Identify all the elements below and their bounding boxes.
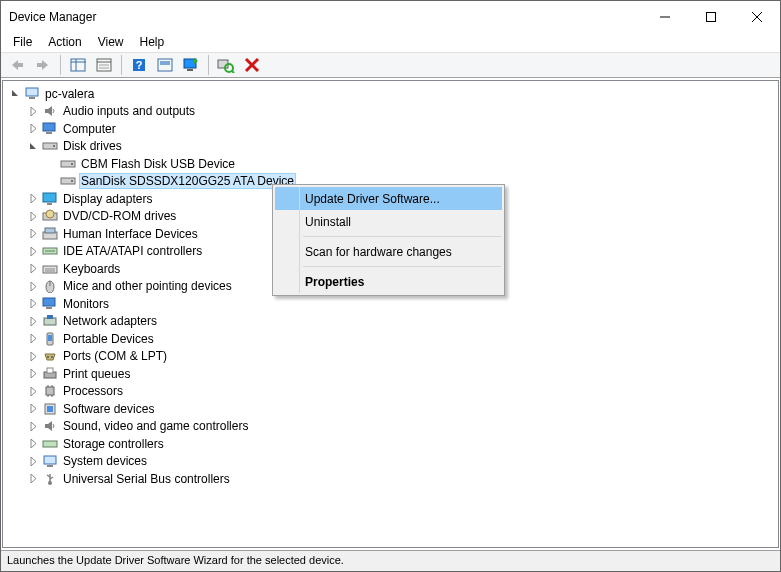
svg-point-37 bbox=[46, 210, 54, 218]
hidden-devices-button[interactable] bbox=[153, 54, 177, 76]
maximize-button[interactable] bbox=[688, 1, 734, 32]
menu-file[interactable]: File bbox=[5, 33, 40, 51]
tree-item-sound[interactable]: Sound, video and game controllers bbox=[5, 418, 778, 436]
computer-icon bbox=[23, 86, 41, 102]
tree-label: Display adapters bbox=[61, 192, 154, 206]
tree-label: Sound, video and game controllers bbox=[61, 419, 250, 433]
expand-icon[interactable] bbox=[27, 420, 39, 432]
tree-item-usb[interactable]: Universal Serial Bus controllers bbox=[5, 470, 778, 488]
svg-rect-35 bbox=[47, 203, 52, 205]
tree-item-audio[interactable]: Audio inputs and outputs bbox=[5, 103, 778, 121]
expand-icon[interactable] bbox=[27, 438, 39, 450]
expand-icon[interactable] bbox=[27, 385, 39, 397]
properties-button[interactable] bbox=[92, 54, 116, 76]
menu-item-properties[interactable]: Properties bbox=[275, 270, 502, 293]
toolbar-separator bbox=[208, 55, 209, 75]
port-icon bbox=[41, 348, 59, 364]
svg-rect-56 bbox=[47, 368, 53, 373]
menu-view[interactable]: View bbox=[90, 33, 132, 51]
tree-item-processors[interactable]: Processors bbox=[5, 383, 778, 401]
tree-label: CBM Flash Disk USB Device bbox=[79, 157, 237, 171]
menu-item-scan[interactable]: Scan for hardware changes bbox=[275, 240, 502, 263]
hid-icon bbox=[41, 226, 59, 242]
tree-item-network[interactable]: Network adapters bbox=[5, 313, 778, 331]
expand-icon[interactable] bbox=[27, 105, 39, 117]
svg-rect-25 bbox=[29, 97, 35, 99]
tree-label: Keyboards bbox=[61, 262, 122, 276]
tree-item-computer[interactable]: Computer bbox=[5, 120, 778, 138]
expand-icon[interactable] bbox=[27, 403, 39, 415]
expand-icon[interactable] bbox=[27, 350, 39, 362]
svg-rect-52 bbox=[48, 335, 52, 341]
expand-icon[interactable] bbox=[27, 473, 39, 485]
expand-icon[interactable] bbox=[27, 140, 39, 152]
expand-icon[interactable] bbox=[27, 193, 39, 205]
menu-item-uninstall[interactable]: Uninstall bbox=[275, 210, 502, 233]
expand-icon[interactable] bbox=[27, 455, 39, 467]
expand-icon[interactable] bbox=[27, 298, 39, 310]
expand-icon[interactable] bbox=[27, 333, 39, 345]
uninstall-button[interactable] bbox=[240, 54, 264, 76]
tree-root[interactable]: pc-valera bbox=[5, 85, 778, 103]
tree-label: pc-valera bbox=[43, 87, 96, 101]
expand-icon[interactable] bbox=[9, 88, 21, 100]
svg-rect-64 bbox=[43, 441, 57, 447]
tree-label: IDE ATA/ATAPI controllers bbox=[61, 244, 204, 258]
display-icon bbox=[41, 191, 59, 207]
menu-separator bbox=[303, 236, 501, 237]
tree-label: Processors bbox=[61, 384, 125, 398]
svg-rect-18 bbox=[187, 69, 193, 71]
tree-item-system[interactable]: System devices bbox=[5, 453, 778, 471]
expand-icon[interactable] bbox=[27, 228, 39, 240]
svg-rect-47 bbox=[43, 298, 55, 306]
tree-item-software[interactable]: Software devices bbox=[5, 400, 778, 418]
tree-label: SanDisk SDSSDX120GG25 ATA Device bbox=[79, 173, 296, 189]
help-button[interactable]: ? bbox=[127, 54, 151, 76]
menu-action[interactable]: Action bbox=[40, 33, 89, 51]
expand-icon[interactable] bbox=[27, 368, 39, 380]
svg-point-53 bbox=[47, 356, 49, 358]
menu-item-update-driver[interactable]: Update Driver Software... bbox=[275, 187, 502, 210]
scan-hardware-button[interactable] bbox=[214, 54, 238, 76]
show-hide-tree-button[interactable] bbox=[66, 54, 90, 76]
forward-button[interactable] bbox=[31, 54, 55, 76]
svg-rect-26 bbox=[43, 123, 55, 131]
tree-label: Monitors bbox=[61, 297, 111, 311]
disk-icon bbox=[59, 173, 77, 189]
tree-item-storage[interactable]: Storage controllers bbox=[5, 435, 778, 453]
svg-rect-66 bbox=[47, 465, 53, 467]
back-button[interactable] bbox=[5, 54, 29, 76]
expand-icon[interactable] bbox=[27, 210, 39, 222]
speaker-icon bbox=[41, 103, 59, 119]
tree-label: Print queues bbox=[61, 367, 132, 381]
expand-icon[interactable] bbox=[27, 245, 39, 257]
close-button[interactable] bbox=[734, 1, 780, 32]
svg-point-29 bbox=[53, 145, 55, 147]
update-driver-button[interactable] bbox=[179, 54, 203, 76]
tree-item-monitors[interactable]: Monitors bbox=[5, 295, 778, 313]
window-buttons bbox=[642, 1, 780, 32]
menubar: File Action View Help bbox=[1, 32, 780, 52]
tree-item-print[interactable]: Print queues bbox=[5, 365, 778, 383]
tree-item-ports[interactable]: Ports (COM & LPT) bbox=[5, 348, 778, 366]
svg-rect-24 bbox=[26, 88, 38, 96]
tree-item-cbm[interactable]: CBM Flash Disk USB Device bbox=[5, 155, 778, 173]
tree-item-portable[interactable]: Portable Devices bbox=[5, 330, 778, 348]
svg-point-33 bbox=[71, 180, 73, 182]
expand-icon[interactable] bbox=[27, 263, 39, 275]
svg-line-21 bbox=[232, 71, 234, 73]
svg-rect-34 bbox=[43, 193, 56, 202]
svg-rect-27 bbox=[46, 132, 52, 134]
titlebar: Device Manager bbox=[1, 1, 780, 32]
expand-icon[interactable] bbox=[27, 315, 39, 327]
minimize-button[interactable] bbox=[642, 1, 688, 32]
expand-icon[interactable] bbox=[27, 123, 39, 135]
expand-icon[interactable] bbox=[27, 280, 39, 292]
speaker-icon bbox=[41, 418, 59, 434]
svg-rect-63 bbox=[47, 406, 53, 412]
tree-label: Audio inputs and outputs bbox=[61, 104, 197, 118]
tree-item-disk-drives[interactable]: Disk drives bbox=[5, 138, 778, 156]
menu-help[interactable]: Help bbox=[132, 33, 173, 51]
keyboard-icon bbox=[41, 261, 59, 277]
monitor-icon bbox=[41, 121, 59, 137]
